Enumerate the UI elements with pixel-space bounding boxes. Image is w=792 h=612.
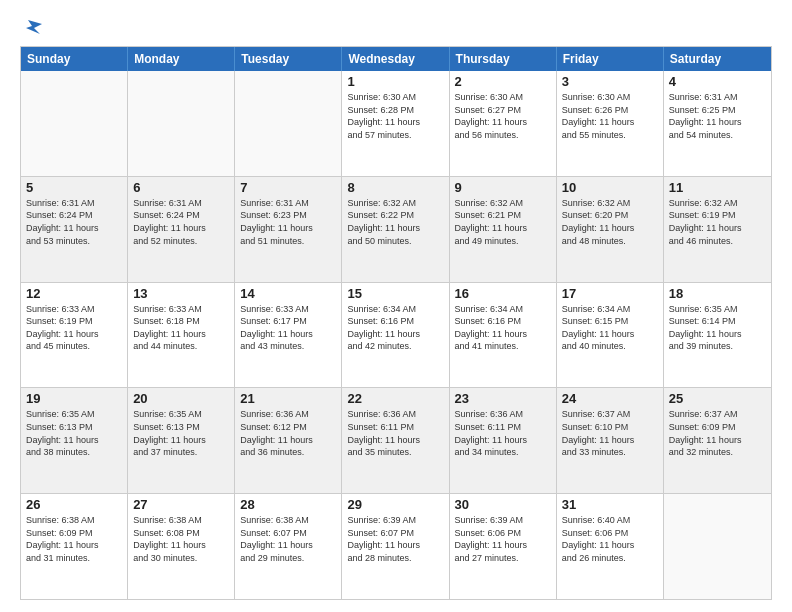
header-cell-wednesday: Wednesday — [342, 47, 449, 71]
day-info: Sunrise: 6:32 AM Sunset: 6:21 PM Dayligh… — [455, 197, 551, 247]
week-row-2: 12Sunrise: 6:33 AM Sunset: 6:19 PM Dayli… — [21, 283, 771, 389]
day-number: 2 — [455, 74, 551, 89]
cal-cell: 16Sunrise: 6:34 AM Sunset: 6:16 PM Dayli… — [450, 283, 557, 388]
week-row-3: 19Sunrise: 6:35 AM Sunset: 6:13 PM Dayli… — [21, 388, 771, 494]
cal-cell: 12Sunrise: 6:33 AM Sunset: 6:19 PM Dayli… — [21, 283, 128, 388]
day-number: 16 — [455, 286, 551, 301]
day-number: 23 — [455, 391, 551, 406]
day-number: 6 — [133, 180, 229, 195]
cal-cell: 4Sunrise: 6:31 AM Sunset: 6:25 PM Daylig… — [664, 71, 771, 176]
day-info: Sunrise: 6:38 AM Sunset: 6:07 PM Dayligh… — [240, 514, 336, 564]
day-number: 12 — [26, 286, 122, 301]
cal-cell: 18Sunrise: 6:35 AM Sunset: 6:14 PM Dayli… — [664, 283, 771, 388]
svg-marker-0 — [26, 20, 42, 34]
cal-cell: 9Sunrise: 6:32 AM Sunset: 6:21 PM Daylig… — [450, 177, 557, 282]
cal-cell: 15Sunrise: 6:34 AM Sunset: 6:16 PM Dayli… — [342, 283, 449, 388]
cal-cell: 2Sunrise: 6:30 AM Sunset: 6:27 PM Daylig… — [450, 71, 557, 176]
header-cell-friday: Friday — [557, 47, 664, 71]
day-number: 21 — [240, 391, 336, 406]
header-cell-monday: Monday — [128, 47, 235, 71]
day-info: Sunrise: 6:33 AM Sunset: 6:17 PM Dayligh… — [240, 303, 336, 353]
day-info: Sunrise: 6:30 AM Sunset: 6:26 PM Dayligh… — [562, 91, 658, 141]
day-number: 29 — [347, 497, 443, 512]
cal-cell: 28Sunrise: 6:38 AM Sunset: 6:07 PM Dayli… — [235, 494, 342, 599]
day-number: 15 — [347, 286, 443, 301]
day-info: Sunrise: 6:38 AM Sunset: 6:09 PM Dayligh… — [26, 514, 122, 564]
day-number: 14 — [240, 286, 336, 301]
day-info: Sunrise: 6:30 AM Sunset: 6:28 PM Dayligh… — [347, 91, 443, 141]
day-info: Sunrise: 6:35 AM Sunset: 6:14 PM Dayligh… — [669, 303, 766, 353]
cal-cell: 19Sunrise: 6:35 AM Sunset: 6:13 PM Dayli… — [21, 388, 128, 493]
cal-cell: 30Sunrise: 6:39 AM Sunset: 6:06 PM Dayli… — [450, 494, 557, 599]
header-cell-thursday: Thursday — [450, 47, 557, 71]
day-info: Sunrise: 6:32 AM Sunset: 6:19 PM Dayligh… — [669, 197, 766, 247]
cal-cell: 7Sunrise: 6:31 AM Sunset: 6:23 PM Daylig… — [235, 177, 342, 282]
header-cell-tuesday: Tuesday — [235, 47, 342, 71]
header-cell-sunday: Sunday — [21, 47, 128, 71]
cal-cell: 23Sunrise: 6:36 AM Sunset: 6:11 PM Dayli… — [450, 388, 557, 493]
day-number: 26 — [26, 497, 122, 512]
day-number: 7 — [240, 180, 336, 195]
week-row-0: 1Sunrise: 6:30 AM Sunset: 6:28 PM Daylig… — [21, 71, 771, 177]
day-number: 27 — [133, 497, 229, 512]
calendar-body: 1Sunrise: 6:30 AM Sunset: 6:28 PM Daylig… — [21, 71, 771, 599]
day-number: 17 — [562, 286, 658, 301]
day-info: Sunrise: 6:31 AM Sunset: 6:23 PM Dayligh… — [240, 197, 336, 247]
day-info: Sunrise: 6:33 AM Sunset: 6:18 PM Dayligh… — [133, 303, 229, 353]
day-info: Sunrise: 6:31 AM Sunset: 6:25 PM Dayligh… — [669, 91, 766, 141]
day-number: 5 — [26, 180, 122, 195]
day-info: Sunrise: 6:31 AM Sunset: 6:24 PM Dayligh… — [26, 197, 122, 247]
cal-cell: 31Sunrise: 6:40 AM Sunset: 6:06 PM Dayli… — [557, 494, 664, 599]
cal-cell — [21, 71, 128, 176]
page: SundayMondayTuesdayWednesdayThursdayFrid… — [0, 0, 792, 612]
day-number: 11 — [669, 180, 766, 195]
cal-cell: 24Sunrise: 6:37 AM Sunset: 6:10 PM Dayli… — [557, 388, 664, 493]
day-info: Sunrise: 6:39 AM Sunset: 6:07 PM Dayligh… — [347, 514, 443, 564]
day-info: Sunrise: 6:33 AM Sunset: 6:19 PM Dayligh… — [26, 303, 122, 353]
day-number: 31 — [562, 497, 658, 512]
day-number: 28 — [240, 497, 336, 512]
day-number: 4 — [669, 74, 766, 89]
cal-cell: 11Sunrise: 6:32 AM Sunset: 6:19 PM Dayli… — [664, 177, 771, 282]
calendar: SundayMondayTuesdayWednesdayThursdayFrid… — [20, 46, 772, 600]
day-number: 1 — [347, 74, 443, 89]
day-info: Sunrise: 6:37 AM Sunset: 6:09 PM Dayligh… — [669, 408, 766, 458]
day-info: Sunrise: 6:35 AM Sunset: 6:13 PM Dayligh… — [26, 408, 122, 458]
day-number: 30 — [455, 497, 551, 512]
day-info: Sunrise: 6:34 AM Sunset: 6:16 PM Dayligh… — [455, 303, 551, 353]
cal-cell — [128, 71, 235, 176]
day-number: 10 — [562, 180, 658, 195]
day-info: Sunrise: 6:34 AM Sunset: 6:16 PM Dayligh… — [347, 303, 443, 353]
day-info: Sunrise: 6:40 AM Sunset: 6:06 PM Dayligh… — [562, 514, 658, 564]
calendar-header: SundayMondayTuesdayWednesdayThursdayFrid… — [21, 47, 771, 71]
cal-cell: 25Sunrise: 6:37 AM Sunset: 6:09 PM Dayli… — [664, 388, 771, 493]
cal-cell: 6Sunrise: 6:31 AM Sunset: 6:24 PM Daylig… — [128, 177, 235, 282]
day-info: Sunrise: 6:34 AM Sunset: 6:15 PM Dayligh… — [562, 303, 658, 353]
cal-cell: 8Sunrise: 6:32 AM Sunset: 6:22 PM Daylig… — [342, 177, 449, 282]
day-info: Sunrise: 6:32 AM Sunset: 6:20 PM Dayligh… — [562, 197, 658, 247]
day-info: Sunrise: 6:36 AM Sunset: 6:12 PM Dayligh… — [240, 408, 336, 458]
header — [20, 18, 772, 36]
cal-cell: 29Sunrise: 6:39 AM Sunset: 6:07 PM Dayli… — [342, 494, 449, 599]
day-number: 13 — [133, 286, 229, 301]
day-info: Sunrise: 6:32 AM Sunset: 6:22 PM Dayligh… — [347, 197, 443, 247]
cal-cell: 20Sunrise: 6:35 AM Sunset: 6:13 PM Dayli… — [128, 388, 235, 493]
cal-cell: 1Sunrise: 6:30 AM Sunset: 6:28 PM Daylig… — [342, 71, 449, 176]
day-info: Sunrise: 6:36 AM Sunset: 6:11 PM Dayligh… — [347, 408, 443, 458]
cal-cell — [235, 71, 342, 176]
day-number: 19 — [26, 391, 122, 406]
cal-cell: 27Sunrise: 6:38 AM Sunset: 6:08 PM Dayli… — [128, 494, 235, 599]
day-number: 22 — [347, 391, 443, 406]
cal-cell: 26Sunrise: 6:38 AM Sunset: 6:09 PM Dayli… — [21, 494, 128, 599]
day-info: Sunrise: 6:35 AM Sunset: 6:13 PM Dayligh… — [133, 408, 229, 458]
cal-cell: 22Sunrise: 6:36 AM Sunset: 6:11 PM Dayli… — [342, 388, 449, 493]
day-number: 24 — [562, 391, 658, 406]
day-number: 18 — [669, 286, 766, 301]
day-info: Sunrise: 6:31 AM Sunset: 6:24 PM Dayligh… — [133, 197, 229, 247]
week-row-1: 5Sunrise: 6:31 AM Sunset: 6:24 PM Daylig… — [21, 177, 771, 283]
cal-cell: 10Sunrise: 6:32 AM Sunset: 6:20 PM Dayli… — [557, 177, 664, 282]
day-info: Sunrise: 6:30 AM Sunset: 6:27 PM Dayligh… — [455, 91, 551, 141]
cal-cell: 14Sunrise: 6:33 AM Sunset: 6:17 PM Dayli… — [235, 283, 342, 388]
day-number: 3 — [562, 74, 658, 89]
logo-bird-icon — [22, 18, 44, 36]
